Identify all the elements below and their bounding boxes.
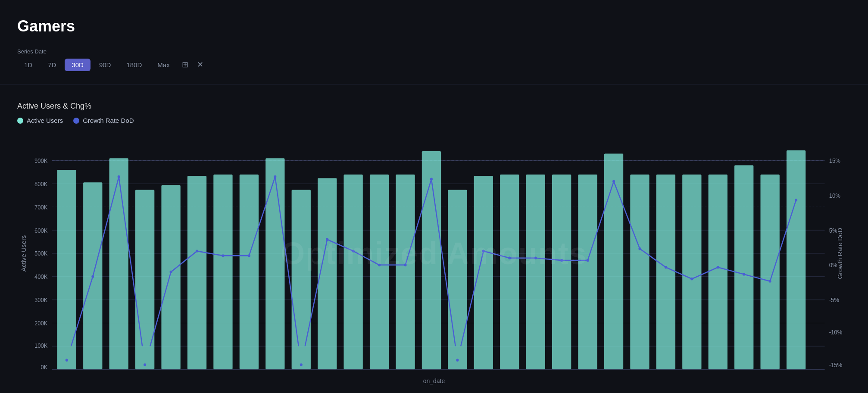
svg-text:500K: 500K [34, 250, 48, 257]
date-btn-30d[interactable]: 30D [65, 59, 91, 71]
date-btn-180d[interactable]: 180D [119, 59, 149, 71]
table-icon-button[interactable]: ⊞ [178, 58, 192, 71]
svg-rect-47 [500, 175, 519, 369]
chart-section: Active Users & Chg% Active Users Growth … [17, 97, 851, 389]
chart-legend: Active Users Growth Rate DoD [17, 117, 851, 124]
chart-svg: 900K 800K 700K 600K 500K 400K 300K 200K … [17, 133, 851, 374]
legend-dot-active-users [17, 118, 23, 124]
svg-point-74 [456, 359, 459, 361]
svg-text:400K: 400K [34, 274, 48, 280]
svg-text:August 6, 2023: August 6, 2023 [133, 373, 171, 374]
svg-text:600K: 600K [34, 227, 48, 234]
legend-label-active-users: Active Users [27, 117, 63, 124]
svg-text:300K: 300K [34, 297, 48, 303]
svg-text:Growth Rate DoD: Growth Rate DoD [837, 228, 843, 279]
svg-point-67 [274, 175, 276, 178]
svg-rect-49 [552, 175, 571, 369]
svg-rect-55 [709, 175, 727, 369]
date-btn-max[interactable]: Max [150, 59, 176, 71]
svg-text:-10%: -10% [829, 329, 843, 336]
svg-text:August 20, 2023: August 20, 2023 [409, 373, 450, 374]
svg-rect-38 [265, 158, 284, 369]
svg-point-60 [91, 275, 94, 278]
svg-point-84 [717, 266, 719, 268]
svg-text:-15%: -15% [829, 362, 843, 368]
svg-text:700K: 700K [34, 204, 48, 210]
svg-point-76 [508, 257, 511, 259]
series-date-label: Series Date [17, 48, 851, 55]
svg-rect-46 [474, 176, 493, 369]
close-icon-button[interactable]: ✕ [194, 58, 207, 71]
svg-rect-57 [760, 175, 779, 369]
svg-text:10%: 10% [829, 192, 840, 199]
svg-text:100K: 100K [34, 342, 48, 349]
svg-text:-5%: -5% [829, 297, 839, 303]
svg-rect-37 [240, 175, 259, 369]
svg-point-79 [587, 259, 589, 262]
svg-rect-50 [578, 175, 597, 369]
svg-rect-54 [682, 175, 701, 369]
svg-point-62 [144, 363, 146, 366]
svg-point-82 [665, 266, 667, 268]
svg-rect-36 [213, 175, 232, 369]
svg-text:15%: 15% [829, 158, 840, 164]
svg-rect-51 [604, 153, 623, 369]
svg-point-70 [352, 250, 355, 252]
svg-point-75 [482, 250, 485, 252]
svg-rect-43 [396, 175, 415, 369]
date-btn-1d[interactable]: 1D [17, 59, 39, 71]
svg-point-78 [560, 259, 563, 262]
legend-label-growth-rate: Growth Rate DoD [83, 117, 134, 124]
svg-point-72 [404, 264, 406, 266]
svg-rect-34 [161, 185, 180, 370]
date-range-selector: 1D 7D 30D 90D 180D Max ⊞ ✕ [17, 58, 851, 71]
svg-point-80 [612, 180, 615, 183]
svg-point-65 [222, 254, 224, 257]
svg-point-66 [248, 254, 250, 257]
svg-rect-58 [787, 150, 806, 369]
svg-point-73 [430, 178, 433, 180]
svg-point-87 [795, 199, 797, 201]
chart-container: 900K 800K 700K 600K 500K 400K 300K 200K … [17, 133, 851, 374]
chart-title: Active Users & Chg% [17, 102, 851, 111]
x-axis-label: on_date [17, 377, 851, 384]
svg-rect-44 [422, 151, 441, 369]
svg-text:Active Users: Active Users [21, 235, 27, 272]
date-btn-90d[interactable]: 90D [92, 59, 118, 71]
svg-rect-32 [109, 158, 128, 369]
svg-point-69 [326, 238, 328, 240]
svg-rect-42 [370, 175, 389, 369]
svg-point-68 [300, 363, 303, 366]
svg-point-59 [66, 359, 68, 361]
svg-text:August 13, 2023: August 13, 2023 [270, 373, 311, 374]
svg-point-63 [170, 271, 172, 273]
svg-point-77 [534, 257, 537, 259]
date-btn-7d[interactable]: 7D [41, 59, 63, 71]
page-title: Gamers [17, 17, 851, 35]
svg-point-83 [690, 278, 693, 280]
svg-rect-48 [526, 175, 545, 369]
svg-point-86 [769, 280, 771, 282]
svg-rect-39 [292, 190, 311, 369]
svg-rect-52 [630, 175, 649, 369]
svg-text:August 27, 2023: August 27, 2023 [548, 373, 589, 374]
svg-rect-45 [448, 190, 467, 369]
svg-rect-56 [734, 165, 753, 369]
legend-active-users: Active Users [17, 117, 63, 124]
legend-growth-rate: Growth Rate DoD [73, 117, 134, 124]
svg-rect-41 [343, 175, 362, 369]
section-divider [0, 84, 868, 84]
svg-text:200K: 200K [34, 320, 48, 327]
svg-point-61 [118, 175, 120, 178]
svg-text:5%: 5% [829, 227, 837, 234]
svg-point-85 [743, 273, 745, 275]
legend-dot-growth-rate [73, 118, 79, 124]
svg-text:0K: 0K [41, 364, 47, 371]
svg-text:800K: 800K [34, 181, 48, 187]
svg-rect-53 [656, 175, 675, 369]
svg-point-64 [196, 250, 198, 252]
svg-text:0%: 0% [829, 262, 837, 268]
svg-point-81 [638, 247, 641, 250]
svg-text:900K: 900K [34, 158, 48, 164]
svg-rect-35 [187, 176, 206, 369]
